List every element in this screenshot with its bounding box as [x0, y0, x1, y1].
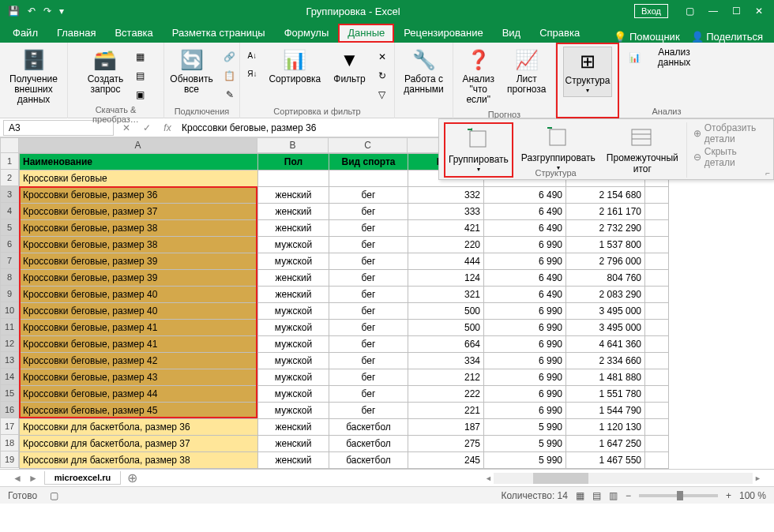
cell[interactable]: женский [258, 287, 329, 303]
cell[interactable]: Кроссовки беговые, размер 45 [20, 403, 258, 419]
new-query-button[interactable]: 🗃️Создать запрос [83, 45, 129, 97]
row-header[interactable]: 16 [0, 402, 19, 418]
row-header[interactable]: 5 [0, 219, 19, 236]
cell[interactable]: 1 120 130 [566, 419, 645, 436]
view-layout-icon[interactable]: ▤ [592, 490, 601, 501]
connections-button[interactable]: 🔗 [221, 48, 239, 66]
refresh-all-button[interactable]: 🔄Обновить все [165, 45, 217, 97]
cell[interactable]: женский [258, 452, 329, 469]
group-button[interactable]: Группировать▾ [444, 122, 513, 178]
cell[interactable]: мужской [258, 386, 329, 403]
cell[interactable] [329, 170, 408, 187]
cell[interactable]: женский [258, 419, 329, 436]
tab-вид[interactable]: Вид [493, 24, 531, 43]
cell[interactable]: Кроссовки беговые, размер 41 [20, 320, 258, 336]
cell[interactable]: мужской [258, 353, 329, 369]
cell[interactable] [645, 386, 669, 403]
close-button[interactable]: ✕ [755, 6, 763, 17]
cell[interactable] [645, 270, 669, 287]
cell[interactable]: 321 [408, 287, 484, 303]
cell[interactable]: 1 544 790 [566, 403, 645, 419]
cell[interactable]: 4 641 360 [566, 336, 645, 353]
dialog-launcher-icon[interactable]: ⌐ [765, 169, 770, 178]
minimize-button[interactable]: — [708, 6, 718, 17]
cell[interactable] [645, 369, 669, 386]
cell[interactable]: 2 083 290 [566, 287, 645, 303]
cell[interactable]: Кроссовки беговые, размер 40 [20, 303, 258, 320]
cell[interactable]: 2 796 000 [566, 253, 645, 270]
row-header[interactable]: 3 [0, 186, 19, 203]
row-header[interactable]: 15 [0, 385, 19, 402]
cell[interactable]: Кроссовки беговые, размер 38 [20, 220, 258, 237]
cell[interactable]: женский [258, 204, 329, 220]
recent-sources-button[interactable]: ▣ [131, 86, 148, 103]
cell[interactable]: Наименование [20, 154, 258, 170]
cell[interactable]: баскетбол [329, 436, 408, 452]
cell[interactable]: бег [329, 237, 408, 253]
cell[interactable]: 6 990 [484, 386, 566, 403]
column-header[interactable]: B [257, 137, 329, 153]
forecast-sheet-button[interactable]: 📈Лист прогноза [502, 45, 551, 97]
cell[interactable]: мужской [258, 320, 329, 336]
cell[interactable]: Кроссовки беговые, размер 39 [20, 270, 258, 287]
cell[interactable] [645, 220, 669, 237]
cell[interactable]: 500 [408, 320, 484, 336]
cell[interactable] [645, 287, 669, 303]
cell[interactable]: Кроссовки для баскетбола, размер 36 [20, 419, 258, 436]
cell[interactable]: 245 [408, 452, 484, 469]
cell[interactable] [645, 320, 669, 336]
from-table-button[interactable]: ▤ [131, 67, 148, 84]
cell[interactable]: бег [329, 287, 408, 303]
cell[interactable]: 275 [408, 436, 484, 452]
column-header[interactable]: C [329, 137, 408, 153]
tab-рецензирование[interactable]: Рецензирование [394, 24, 492, 43]
cell[interactable]: бег [329, 303, 408, 320]
cell[interactable]: 2 154 680 [566, 187, 645, 204]
cell[interactable]: Кроссовки беговые, размер 36 [20, 187, 258, 204]
reapply-button[interactable]: ↻ [374, 67, 391, 84]
tab-главная[interactable]: Главная [47, 24, 105, 43]
cell[interactable]: 1 537 800 [566, 237, 645, 253]
cell[interactable]: 5 990 [484, 452, 566, 469]
undo-icon[interactable]: ↶ [28, 6, 36, 17]
sign-in-button[interactable]: Вход [634, 4, 668, 18]
cell[interactable]: 6 990 [484, 403, 566, 419]
sheet-tab[interactable]: microexcel.ru [44, 471, 122, 485]
cell[interactable]: баскетбол [329, 452, 408, 469]
cell[interactable]: 2 732 290 [566, 220, 645, 237]
cell[interactable]: мужской [258, 303, 329, 320]
cell[interactable]: 6 990 [484, 253, 566, 270]
row-header[interactable]: 6 [0, 236, 19, 253]
cell[interactable]: Кроссовки беговые [20, 170, 258, 187]
cell[interactable] [645, 419, 669, 436]
row-header[interactable]: 10 [0, 302, 19, 319]
cell[interactable]: Вид спорта [329, 154, 408, 170]
cell[interactable]: бег [329, 220, 408, 237]
cell[interactable]: 6 490 [484, 287, 566, 303]
cell[interactable] [645, 204, 669, 220]
zoom-slider[interactable] [639, 494, 718, 497]
redo-icon[interactable]: ↷ [43, 6, 51, 17]
cell[interactable]: 804 760 [566, 270, 645, 287]
cell[interactable]: 6 990 [484, 369, 566, 386]
cell[interactable]: мужской [258, 237, 329, 253]
macro-record-icon[interactable]: ▢ [50, 490, 58, 501]
show-queries-button[interactable]: ▦ [131, 48, 148, 66]
row-header[interactable]: 7 [0, 253, 19, 269]
ribbon-options-icon[interactable]: ▢ [686, 6, 694, 17]
horizontal-scrollbar[interactable]: ◄► [485, 472, 761, 485]
row-header[interactable]: 19 [0, 451, 19, 468]
cell[interactable]: 221 [408, 403, 484, 419]
tab-вставка[interactable]: Вставка [105, 24, 162, 43]
cell[interactable] [645, 452, 669, 469]
row-header[interactable]: 14 [0, 369, 19, 385]
view-normal-icon[interactable]: ▦ [576, 490, 584, 501]
cell[interactable]: 212 [408, 369, 484, 386]
sheet-nav-prev[interactable]: ◄ [13, 473, 22, 484]
outline-button[interactable]: ⊞Структура▾ [563, 47, 613, 97]
cell[interactable] [645, 353, 669, 369]
cell[interactable]: мужской [258, 336, 329, 353]
cell[interactable]: 6 990 [484, 303, 566, 320]
data-tools-button[interactable]: 🔧Работа с данными [399, 45, 449, 97]
cell[interactable]: 6 990 [484, 237, 566, 253]
